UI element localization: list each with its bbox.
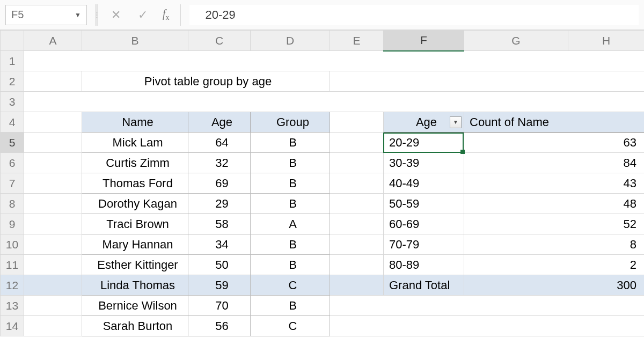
pivot-range-cell[interactable]: 50-59 (384, 194, 464, 214)
table-cell[interactable]: B (251, 153, 330, 173)
table-cell[interactable]: 56 (188, 316, 251, 336)
pivot-count-cell[interactable]: 2 (464, 255, 645, 275)
row-header-5[interactable]: 5 (1, 133, 24, 153)
row-header-11[interactable]: 11 (1, 255, 24, 275)
table-cell[interactable]: 59 (188, 275, 251, 296)
pivot-count-cell[interactable]: 48 (464, 194, 645, 214)
table-cell[interactable]: C (251, 275, 330, 296)
source-header-age[interactable]: Age (188, 112, 251, 133)
formula-input[interactable]: 20-29 (189, 5, 639, 25)
spreadsheet-grid[interactable]: A B C D E F G H 1 2 Pivot table group by… (0, 30, 644, 336)
table-cell[interactable]: Mary Hannan (82, 234, 188, 255)
row-header-2[interactable]: 2 (1, 71, 24, 92)
row-header-13[interactable]: 13 (1, 296, 24, 316)
dropdown-caret-icon: ▼ (75, 11, 81, 19)
table-cell[interactable]: A (251, 214, 330, 234)
cancel-formula-icon[interactable]: ✕ (107, 8, 125, 22)
col-header-B[interactable]: B (82, 31, 188, 51)
table-cell[interactable]: Curtis Zimm (82, 153, 188, 173)
row-header-10[interactable]: 10 (1, 234, 24, 255)
table-cell[interactable]: 32 (188, 153, 251, 173)
row-header-8[interactable]: 8 (1, 194, 24, 214)
table-cell[interactable]: Thomas Ford (82, 173, 188, 194)
table-cell[interactable]: C (251, 316, 330, 336)
table-cell[interactable]: Mick Lam (82, 133, 188, 153)
page-title: Pivot table group by age (82, 71, 330, 92)
table-cell[interactable]: B (251, 194, 330, 214)
table-cell[interactable]: B (251, 234, 330, 255)
row-header-4[interactable]: 4 (1, 112, 24, 133)
source-header-name[interactable]: Name (82, 112, 188, 133)
table-cell[interactable]: Sarah Burton (82, 316, 188, 336)
row-header-6[interactable]: 6 (1, 153, 24, 173)
pivot-count-cell[interactable]: 8 (464, 234, 645, 255)
table-cell[interactable]: 58 (188, 214, 251, 234)
pivot-grand-total-value[interactable]: 300 (464, 275, 645, 296)
column-header-row: A B C D E F G H (1, 31, 645, 51)
pivot-range-cell[interactable]: 70-79 (384, 234, 464, 255)
table-cell[interactable]: 64 (188, 133, 251, 153)
table-cell[interactable]: B (251, 255, 330, 275)
table-cell[interactable]: Linda Thomas (82, 275, 188, 296)
table-cell[interactable]: 29 (188, 194, 251, 214)
row-header-9[interactable]: 9 (1, 214, 24, 234)
name-box-value: F5 (11, 9, 24, 21)
pivot-grand-total-label[interactable]: Grand Total (384, 275, 464, 296)
table-cell[interactable]: B (251, 173, 330, 194)
row-header-14[interactable]: 14 (1, 316, 24, 336)
row-header-3[interactable]: 3 (1, 92, 24, 112)
separator (180, 4, 181, 26)
pivot-header-range[interactable]: Age ▼ (384, 112, 464, 133)
pivot-range-cell[interactable]: 20-29 (384, 133, 464, 153)
col-header-A[interactable]: A (24, 31, 82, 51)
col-header-C[interactable]: C (188, 31, 251, 51)
pivot-range-cell[interactable]: 80-89 (384, 255, 464, 275)
pivot-count-cell[interactable]: 43 (464, 173, 645, 194)
col-header-F[interactable]: F (384, 31, 464, 51)
pivot-header-count[interactable]: Count of Name (464, 112, 645, 133)
table-cell[interactable]: 70 (188, 296, 251, 316)
pivot-filter-dropdown-icon[interactable]: ▼ (450, 116, 462, 128)
row-header-12[interactable]: 12 (1, 275, 24, 296)
pivot-count-cell[interactable]: 84 (464, 153, 645, 173)
expand-formula-handle[interactable]: ⋮ (96, 4, 98, 26)
row-header-1[interactable]: 1 (1, 51, 24, 71)
table-cell[interactable]: B (251, 133, 330, 153)
name-box[interactable]: F5 ▼ (5, 5, 87, 25)
table-cell[interactable]: Traci Brown (82, 214, 188, 234)
select-all-corner[interactable] (1, 31, 24, 51)
table-cell[interactable]: 34 (188, 234, 251, 255)
cell[interactable] (24, 51, 645, 71)
accept-formula-icon[interactable]: ✓ (134, 8, 152, 22)
table-cell[interactable]: Esther Kittinger (82, 255, 188, 275)
pivot-range-cell[interactable]: 40-49 (384, 173, 464, 194)
pivot-range-cell[interactable]: 60-69 (384, 214, 464, 234)
pivot-range-cell[interactable]: 30-39 (384, 153, 464, 173)
source-header-group[interactable]: Group (251, 112, 330, 133)
col-header-H[interactable]: H (568, 31, 645, 51)
pivot-count-cell[interactable]: 52 (464, 214, 645, 234)
pivot-count-cell[interactable]: 63 (464, 133, 645, 153)
table-cell[interactable]: Bernice Wilson (82, 296, 188, 316)
insert-function-icon[interactable]: fx (160, 8, 172, 22)
table-cell[interactable]: B (251, 296, 330, 316)
col-header-G[interactable]: G (464, 31, 568, 51)
row-header-7[interactable]: 7 (1, 173, 24, 194)
table-cell[interactable]: 50 (188, 255, 251, 275)
table-cell[interactable]: Dorothy Kagan (82, 194, 188, 214)
col-header-E[interactable]: E (330, 31, 384, 51)
col-header-D[interactable]: D (251, 31, 330, 51)
formula-bar: F5 ▼ ⋮ ✕ ✓ fx 20-29 (0, 0, 644, 30)
table-cell[interactable]: 69 (188, 173, 251, 194)
